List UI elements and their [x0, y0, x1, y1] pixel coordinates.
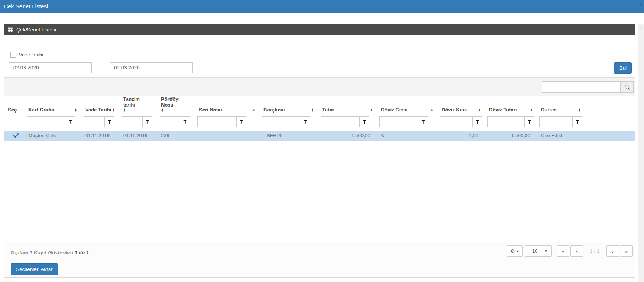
borclusu-filter-input[interactable]	[262, 116, 301, 127]
export-selected-button[interactable]: Seçilenleri Aktar	[11, 263, 58, 275]
cell-doviz-cinsi: ₺	[376, 130, 436, 141]
tutar-filter-input[interactable]	[321, 116, 359, 127]
scroll-up-icon[interactable]: ▲	[638, 26, 644, 29]
sort-icon[interactable]: ▲▼	[431, 108, 433, 113]
row-checkbox[interactable]	[13, 132, 13, 139]
funnel-icon	[69, 120, 73, 124]
record-count: 1	[30, 250, 33, 255]
last-page-button[interactable]: »	[620, 245, 633, 257]
sort-icon[interactable]: ▲▼	[161, 108, 163, 113]
bul-button[interactable]: Bul	[614, 62, 632, 74]
page-size-select[interactable]: 10 ▼	[525, 245, 552, 257]
filter-button[interactable]	[104, 116, 114, 127]
search-button[interactable]	[620, 81, 634, 93]
filter-cell-doviz-cinsi	[376, 116, 436, 130]
column-header-durum[interactable]: Durum ▲▼	[536, 96, 584, 116]
sort-icon[interactable]: ▲▼	[253, 108, 255, 113]
cek-senet-panel: Çek/Senet Listesi Vade Tarihi Bul	[4, 24, 635, 278]
sort-icon[interactable]: ▲▼	[312, 108, 314, 113]
column-header-kart-grubu[interactable]: Kart Grubu ▲▼	[23, 96, 80, 116]
panel-body: Vade Tarihi Bul	[4, 35, 635, 277]
vade-tarihi-filter-input[interactable]	[84, 116, 104, 127]
table-grid-icon	[8, 27, 13, 32]
kart-grubu-filter-input[interactable]	[27, 116, 66, 127]
funnel-icon	[421, 120, 425, 124]
column-header-doviz-cinsi[interactable]: Döviz Cinsi ▲▼	[376, 96, 436, 116]
filter-button[interactable]	[180, 116, 190, 127]
durum-filter-input[interactable]	[539, 116, 572, 127]
record-range: 1 ile 1	[75, 250, 89, 255]
cell-doviz-tutari: 1.500,00	[484, 130, 536, 141]
select-all-checkbox[interactable]	[13, 117, 13, 124]
column-header-portfoy-nosu[interactable]: Pörtföy Nosu ▲▼	[156, 96, 194, 116]
doviz-kuru-filter-input[interactable]	[440, 116, 472, 127]
data-table-wrap: Seç Kart Grubu ▲▼ Vade Tarihi ▲▼ Tanzim …	[4, 96, 635, 141]
table-footer: Toplam 1 Kayıt Gösterilen 1 ile 1 ⚙ ▲ 10…	[4, 242, 635, 277]
portfoy-nosu-filter-input[interactable]	[160, 116, 180, 127]
filter-cell-tanzim-tarihi	[118, 116, 156, 130]
funnel-icon	[527, 120, 531, 124]
sort-icon[interactable]: ▲▼	[370, 108, 373, 113]
sort-icon[interactable]: ▲▼	[123, 108, 125, 113]
magnifier-icon	[624, 84, 630, 90]
gear-icon: ⚙	[511, 248, 515, 254]
doviz-tutari-filter-input[interactable]	[487, 116, 524, 127]
double-chevron-left-icon: «	[561, 248, 564, 254]
filter-cell-doviz-kuru	[436, 116, 484, 130]
filter-cell-borclusu	[258, 116, 317, 130]
column-header-vade-tarihi[interactable]: Vade Tarihi ▲▼	[80, 96, 118, 116]
filter-button[interactable]	[418, 116, 428, 127]
doviz-cinsi-filter-input[interactable]	[379, 116, 418, 127]
column-header-doviz-kuru[interactable]: Döviz Kuru ▲▼	[436, 96, 484, 116]
sort-icon[interactable]: ▲▼	[113, 108, 115, 113]
column-header-sec: Seç	[4, 96, 23, 116]
filter-button[interactable]	[359, 116, 369, 127]
column-header-tutar[interactable]: Tutar ▲▼	[317, 96, 376, 116]
date-from-input[interactable]	[9, 62, 92, 73]
next-page-button[interactable]: ›	[606, 245, 619, 257]
cell-spacer	[584, 130, 635, 141]
filter-button[interactable]	[472, 116, 482, 127]
filter-cell-durum	[536, 116, 584, 130]
table-settings-button[interactable]: ⚙ ▲	[507, 245, 523, 257]
tanzim-tarihi-filter-input[interactable]	[122, 116, 142, 127]
seri-nosu-filter-input[interactable]	[197, 116, 236, 127]
date-to-input[interactable]	[110, 62, 193, 73]
first-page-button[interactable]: «	[557, 245, 569, 257]
filter-button[interactable]	[572, 116, 582, 127]
caret-up-icon: ▲	[516, 249, 519, 253]
vade-tarihi-label: Vade Tarihi	[19, 52, 43, 58]
column-header-tanzim-tarihi[interactable]: Tanzim tarihi ▲▼	[118, 96, 156, 116]
sort-icon[interactable]: ▲▼	[578, 108, 581, 113]
cek-senet-table: Seç Kart Grubu ▲▼ Vade Tarihi ▲▼ Tanzim …	[4, 96, 635, 141]
sort-icon[interactable]: ▲▼	[75, 108, 77, 113]
page-title: Çek Senet Listesi	[4, 3, 48, 9]
column-header-doviz-tutari[interactable]: Döviz Tutarı ▲▼	[484, 96, 536, 116]
vade-tarihi-checkbox[interactable]	[10, 52, 16, 58]
filter-button[interactable]	[142, 116, 152, 127]
table-row[interactable]: Müşteri Çeki 01.11.2019 01.11.2019 239 -…	[4, 130, 635, 141]
filter-button[interactable]	[236, 116, 246, 127]
sort-icon[interactable]: ▲▼	[530, 108, 533, 113]
vade-tarihi-checkbox-row: Vade Tarihi	[10, 52, 43, 58]
filter-button[interactable]	[301, 116, 310, 127]
page-scrollbar[interactable]: ▲	[638, 24, 644, 282]
panel-header: Çek/Senet Listesi	[4, 24, 635, 35]
column-header-seri-nosu[interactable]: Seri Nosu ▲▼	[194, 96, 258, 116]
record-summary: Toplam 1 Kayıt Gösterilen 1 ile 1	[10, 250, 89, 255]
funnel-icon	[239, 120, 243, 124]
prev-page-button[interactable]: ‹	[570, 245, 583, 257]
cell-seri-nosu	[194, 130, 258, 141]
filter-button[interactable]	[66, 116, 75, 127]
cell-tutar: 1.500,00	[317, 130, 376, 141]
table-search-input[interactable]	[542, 81, 620, 93]
filter-button[interactable]	[524, 116, 534, 127]
column-header-borclusu[interactable]: Borçlusu ▲▼	[258, 96, 317, 116]
sort-icon[interactable]: ▲▼	[478, 108, 481, 113]
funnel-icon	[107, 120, 111, 124]
cell-kart-grubu: Müşteri Çeki	[23, 130, 80, 141]
app-header: Çek Senet Listesi »	[0, 0, 644, 13]
cell-durum: Ciro Edildi	[536, 130, 584, 141]
date-range-row	[9, 62, 193, 73]
pagination: ⚙ ▲ 10 ▼ « ‹ 1 / 1 › »	[507, 245, 633, 257]
